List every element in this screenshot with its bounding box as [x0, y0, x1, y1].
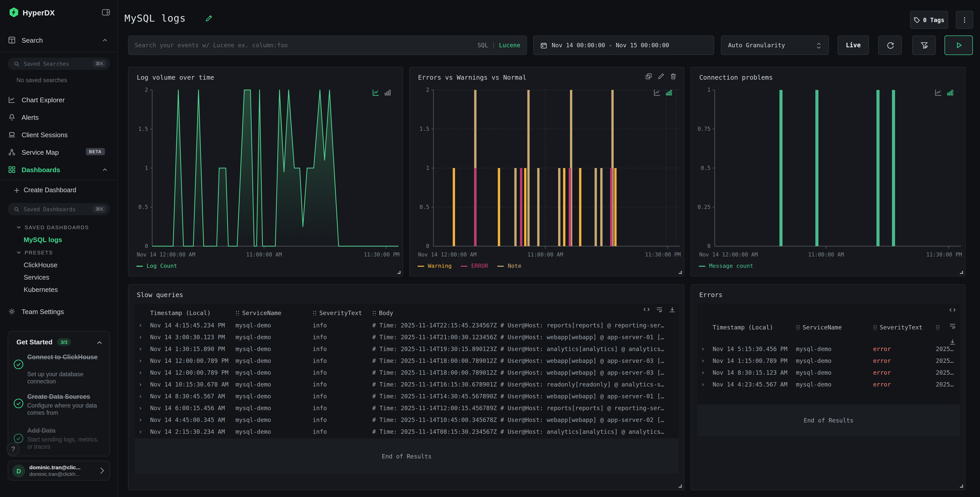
expand-row-icon[interactable]: ›: [135, 333, 146, 340]
table-row[interactable]: ›Nov 14 4:15:45.234 PMmysql-demoinfo# Ti…: [135, 319, 679, 331]
bar-note[interactable]: [537, 168, 539, 246]
preset-link-clickhouse[interactable]: ClickHouse: [24, 261, 57, 269]
expand-row-icon[interactable]: ›: [135, 404, 146, 411]
wrap-lines-icon[interactable]: [656, 306, 663, 313]
expand-row-icon[interactable]: ›: [135, 416, 146, 423]
table-row[interactable]: ›Nov 14 2:15:30.234 AMmysql-demoinfo# Ti…: [135, 426, 679, 437]
collapse-sidebar-icon[interactable]: [102, 9, 110, 16]
resize-handle[interactable]: [679, 271, 682, 274]
line-chart[interactable]: 00.511.52Nov 14 12:00:00 AM11:00:00 AM11…: [129, 67, 404, 262]
table-row[interactable]: ›Nov 14 1:15:00.789 PMmysql-demoerror202…: [697, 355, 960, 367]
chevron-up-icon[interactable]: [102, 167, 107, 172]
legend-item[interactable]: Log Count: [136, 263, 177, 269]
column-header-body[interactable]: Body: [372, 310, 679, 317]
refresh-button[interactable]: [878, 35, 902, 55]
download-icon[interactable]: [949, 339, 956, 345]
bar-warning[interactable]: [453, 168, 455, 246]
expand-row-icon[interactable]: ›: [135, 381, 146, 388]
chevron-up-icon[interactable]: [102, 38, 107, 43]
bar-note[interactable]: [527, 90, 530, 246]
run-query-button[interactable]: [945, 35, 973, 55]
filter-button[interactable]: [912, 35, 936, 55]
table-row[interactable]: ›Nov 14 10:15:30.678 AMmysql-demoinfo# T…: [135, 378, 679, 390]
expand-row-icon[interactable]: ›: [135, 321, 146, 329]
table-row[interactable]: ›Nov 14 8:30:15.123 AMmysql-demoerror202…: [697, 367, 960, 378]
table-row[interactable]: ›Nov 14 8:30:45.567 AMmysql-demoinfo# Ti…: [135, 390, 679, 402]
expand-row-icon[interactable]: ›: [697, 381, 708, 388]
sql-mode-toggle[interactable]: SQL: [477, 41, 488, 49]
bar-warning[interactable]: [524, 168, 527, 246]
help-button[interactable]: ?: [7, 443, 19, 456]
download-icon[interactable]: [669, 306, 676, 313]
column-header-severitytext[interactable]: SeverityText: [313, 310, 372, 317]
user-menu[interactable]: D dominic.tran@clic... dominic.tran@clic…: [8, 460, 110, 481]
table-row[interactable]: ›Nov 14 6:00:15.456 AMmysql-demoinfo# Ti…: [135, 402, 679, 414]
table-row[interactable]: ›Nov 14 1:30:15.890 PMmysql-demoinfo# Ti…: [135, 343, 679, 355]
search-field[interactable]: [135, 41, 477, 49]
bar-warning[interactable]: [498, 168, 500, 246]
table-row[interactable]: ›Nov 14 4:23:45.567 AMmysql-demoerror202…: [697, 378, 960, 390]
sidebar-item-search[interactable]: Search: [0, 34, 118, 46]
lucene-mode-toggle[interactable]: Lucene: [499, 41, 520, 49]
live-button[interactable]: Live: [838, 35, 869, 55]
column-header-timestamp[interactable]: Timestamp (Local): [150, 310, 235, 317]
bar-message-count[interactable]: [892, 90, 895, 246]
expand-row-icon[interactable]: ›: [135, 392, 146, 400]
expand-row-icon[interactable]: ›: [135, 357, 146, 364]
legend-item[interactable]: Note: [498, 263, 521, 269]
bar-warning[interactable]: [579, 168, 581, 246]
table-row[interactable]: ›Nov 14 5:15:30.456 PMmysql-demoerror202…: [697, 343, 960, 355]
expand-row-icon[interactable]: ›: [135, 428, 146, 435]
column-header-extra[interactable]: [936, 324, 960, 331]
expand-row-icon[interactable]: ›: [135, 345, 146, 353]
saved-dashboards-input[interactable]: ⌘K: [8, 203, 110, 215]
section-saved-dashboards[interactable]: SAVED DASHBOARDS: [16, 225, 89, 230]
expand-row-icon[interactable]: ›: [697, 369, 708, 376]
resize-handle[interactable]: [398, 271, 401, 274]
resize-handle[interactable]: [679, 485, 682, 488]
event-search-input[interactable]: SQL | Lucene: [128, 35, 527, 55]
bar-note[interactable]: [600, 168, 603, 246]
table-row[interactable]: ›Nov 14 4:45:00.345 AMmysql-demoinfo# Ti…: [135, 414, 679, 426]
table-row[interactable]: ›Nov 14 12:00:00.789 PMmysql-demoinfo# T…: [135, 367, 679, 378]
column-header-severitytext[interactable]: SeverityText: [873, 324, 936, 331]
resize-handle[interactable]: [960, 271, 963, 274]
code-icon[interactable]: [643, 306, 650, 313]
legend-item[interactable]: ERROR: [461, 263, 488, 269]
expand-row-icon[interactable]: ›: [697, 357, 708, 364]
bar-error[interactable]: [474, 168, 476, 246]
preset-link-kubernetes[interactable]: Kubernetes: [24, 286, 58, 294]
dashboard-link-mysql-logs[interactable]: MySQL logs: [24, 236, 62, 244]
resize-handle[interactable]: [960, 485, 963, 488]
bar-chart[interactable]: 00.250.50.751Nov 14 12:00:00 AM11:00:00 …: [691, 67, 966, 262]
bar-error[interactable]: [520, 168, 522, 246]
sidebar-item-team-settings[interactable]: Team Settings: [0, 305, 118, 318]
sidebar-item-dashboards[interactable]: Dashboards: [0, 164, 118, 176]
create-dashboard-button[interactable]: Create Dashboard: [0, 184, 118, 196]
bar-message-count[interactable]: [877, 90, 880, 246]
expand-row-icon[interactable]: ›: [697, 345, 708, 353]
section-presets[interactable]: PRESETS: [16, 250, 53, 256]
saved-dashboards-field[interactable]: [24, 206, 93, 212]
bar-warning[interactable]: [563, 168, 565, 246]
bar-error[interactable]: [569, 168, 571, 246]
table-row[interactable]: ›Nov 14 3:00:30.123 PMmysql-demoinfo# Ti…: [135, 331, 679, 343]
granularity-select[interactable]: Auto Granularity: [721, 35, 829, 55]
bar-error[interactable]: [610, 168, 612, 246]
legend-item[interactable]: Warning: [417, 263, 452, 269]
expand-row-icon[interactable]: ›: [135, 369, 146, 376]
legend-item[interactable]: Message count: [699, 263, 753, 269]
column-header-timestamp[interactable]: Timestamp (Local): [713, 324, 796, 331]
saved-searches-field[interactable]: [24, 60, 93, 67]
tags-button[interactable]: 0 Tags: [910, 11, 948, 29]
bar-message-count[interactable]: [816, 90, 819, 246]
column-header-servicename[interactable]: ServiceName: [235, 310, 313, 317]
chevron-up-icon[interactable]: [97, 340, 102, 345]
bar-warning[interactable]: [614, 168, 616, 246]
edit-title-pencil-icon[interactable]: [205, 15, 212, 22]
date-range-picker[interactable]: Nov 14 00:00:00 - Nov 15 00:00:00: [533, 35, 714, 55]
column-header-servicename[interactable]: ServiceName: [796, 324, 873, 331]
table-row[interactable]: ›Nov 14 12:00:00.789 PMmysql-demoinfo# T…: [135, 355, 679, 367]
dashboard-menu-button[interactable]: [956, 11, 973, 29]
bar-note[interactable]: [595, 168, 597, 246]
